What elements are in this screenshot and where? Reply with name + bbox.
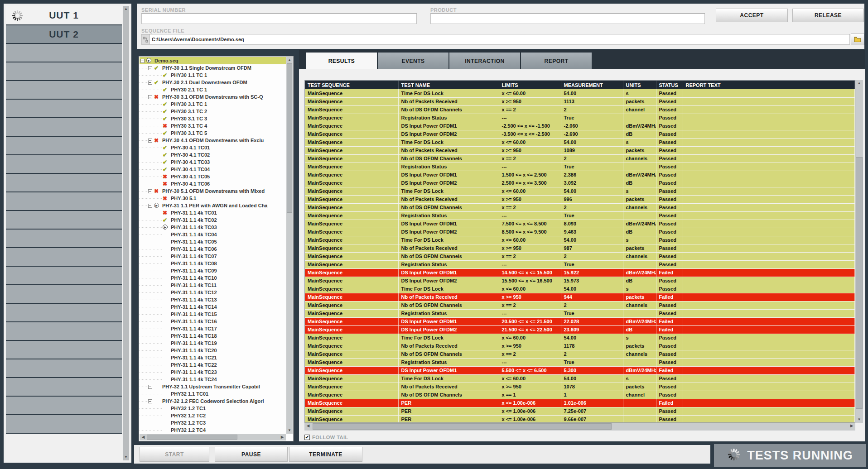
tree-item[interactable]: PHY-31 1.1 4k TC16 bbox=[140, 318, 286, 325]
result-row[interactable]: MainSequenceRegistration Status---TruePa… bbox=[305, 260, 855, 268]
tree-item[interactable]: PHY-31 1.1 4k TC17 bbox=[140, 325, 286, 332]
release-button[interactable]: RELEASE bbox=[792, 9, 864, 22]
results-horizontal-scrollbar[interactable]: ◀ ▶ bbox=[304, 423, 855, 431]
result-row[interactable]: MainSequenceDS Input Power OFDM215.500 <… bbox=[305, 277, 855, 285]
terminate-button[interactable]: TERMINATE bbox=[289, 447, 362, 462]
tree-item[interactable]: ✖PHY-30 4.1 TC05 bbox=[140, 173, 286, 180]
result-row[interactable]: MainSequenceNb of Packets Receivedx >= 9… bbox=[305, 342, 855, 350]
expand-toggle[interactable] bbox=[148, 139, 152, 143]
tree-item[interactable]: PHY-31 1.1 4k TC13 bbox=[140, 296, 286, 303]
tree-item[interactable]: ✔PHY30 2.1 TC 1 bbox=[140, 86, 286, 93]
tree-item[interactable]: ✔PHY-30 4.1 TC02 bbox=[140, 151, 286, 158]
tree-item[interactable]: PHY32 1.2 TC4 bbox=[140, 426, 286, 434]
uut-slot-empty[interactable] bbox=[6, 81, 122, 100]
serial-number-input[interactable] bbox=[141, 13, 417, 24]
scroll-up-icon[interactable]: ▲ bbox=[855, 81, 863, 86]
result-row[interactable]: MainSequencePERx <= 1.00e-0069.66e-007Pa… bbox=[305, 415, 855, 423]
result-row[interactable]: MainSequenceDS Input Power OFDM11.500 <=… bbox=[305, 171, 855, 179]
tree-item[interactable]: ✔PHY-30 4.1 TC01 bbox=[140, 144, 286, 151]
result-row[interactable]: MainSequenceRegistration Status---TruePa… bbox=[305, 114, 855, 122]
result-row[interactable]: MainSequenceNb of Packets Receivedx >= 9… bbox=[305, 97, 855, 105]
uut-slot-empty[interactable] bbox=[6, 230, 122, 248]
scrollbar-thumb[interactable] bbox=[287, 63, 292, 213]
expand-toggle[interactable] bbox=[140, 59, 145, 63]
expand-toggle[interactable] bbox=[148, 385, 152, 389]
uut-slot-empty[interactable] bbox=[6, 378, 122, 397]
result-row[interactable]: MainSequenceNb of Packets Receivedx >= 9… bbox=[305, 383, 855, 391]
scroll-right-icon[interactable]: ▶ bbox=[849, 423, 854, 429]
column-header-test-sequence[interactable]: TEST SEQUENCE bbox=[305, 81, 398, 89]
browse-sequence-button[interactable] bbox=[851, 34, 864, 45]
uut-slot-empty[interactable] bbox=[6, 100, 122, 118]
result-row[interactable]: MainSequenceDS Input Power OFDM17.500 <=… bbox=[305, 220, 855, 228]
expand-toggle[interactable] bbox=[148, 95, 152, 99]
tree-item[interactable]: PHY-31 1.1 4k TC22 bbox=[140, 361, 286, 368]
uut-slot-empty[interactable] bbox=[6, 137, 122, 155]
uut-slot-empty[interactable] bbox=[6, 44, 122, 62]
tree-item[interactable]: PHY-31 1.1 4k TC12 bbox=[140, 289, 286, 296]
result-row[interactable]: MainSequenceTime For DS Lockx <= 60.0054… bbox=[305, 374, 855, 383]
follow-tail-checkbox[interactable]: ✔ bbox=[304, 435, 310, 440]
tree-item[interactable]: PHY-32 1.2 FEC Codeword Selection Algori bbox=[140, 397, 286, 405]
tree-item[interactable]: PHY-31 1.1 4k TC07 bbox=[140, 253, 286, 260]
results-vertical-scrollbar[interactable]: ▲ ▼ bbox=[855, 80, 863, 423]
uut-slot-empty[interactable] bbox=[6, 397, 122, 415]
tree-item[interactable]: PHY-32 1.1 Upstream Transmitter Capabil bbox=[140, 383, 286, 390]
result-row[interactable]: MainSequenceTime For DS Lockx <= 60.0054… bbox=[305, 285, 855, 293]
tree-item[interactable]: PHY-31 1.1 4k TC21 bbox=[140, 354, 286, 361]
tree-item[interactable]: PHY-31 1.1 4k TC23 bbox=[140, 368, 286, 376]
result-row[interactable]: MainSequenceDS Input Power OFDM15.500 <=… bbox=[305, 366, 855, 374]
result-row[interactable]: MainSequenceNb of DS OFDM Channelsx == 2… bbox=[305, 252, 855, 260]
result-row[interactable]: MainSequenceNb of DS OFDM Channelsx == 2… bbox=[305, 301, 855, 309]
tree-item[interactable]: ✖PHY-30 5.1 bbox=[140, 195, 286, 202]
tree-item[interactable]: ✔PHY-30 4.1 TC04 bbox=[140, 166, 286, 173]
expand-toggle[interactable] bbox=[148, 66, 152, 70]
result-row[interactable]: MainSequenceNb of Packets Receivedx >= 9… bbox=[305, 244, 855, 252]
tree-item[interactable]: ▶PHY-31 1.1 PER with AWGN and Loaded Cha bbox=[140, 202, 286, 209]
result-row[interactable]: MainSequenceNb of Packets Receivedx >= 9… bbox=[305, 293, 855, 301]
column-header-limits[interactable]: LIMITS bbox=[499, 81, 561, 89]
uut-slot-empty[interactable] bbox=[6, 211, 122, 230]
result-row[interactable]: MainSequenceTime For DS Lockx <= 60.0054… bbox=[305, 187, 855, 195]
result-row[interactable]: MainSequenceNb of DS OFDM Channelsx == 2… bbox=[305, 203, 855, 211]
accept-button[interactable]: ACCEPT bbox=[716, 9, 788, 22]
tree-item[interactable]: PHY32 1.2 TC3 bbox=[140, 419, 286, 426]
result-row[interactable]: MainSequenceDS Input Power OFDM22.500 <=… bbox=[305, 179, 855, 187]
tree-item[interactable]: PHY32 1.2 TC2 bbox=[140, 412, 286, 419]
pause-button[interactable]: PAUSE bbox=[215, 447, 288, 462]
uut-slot-empty[interactable] bbox=[6, 248, 122, 267]
uut-slot-empty[interactable] bbox=[6, 322, 122, 341]
scroll-down-icon[interactable]: ▼ bbox=[855, 417, 863, 422]
tree-item[interactable]: ✖PHY30 3.1 TC 4 bbox=[140, 122, 286, 129]
result-row[interactable]: MainSequenceRegistration Status---TruePa… bbox=[305, 309, 855, 317]
tree-item[interactable]: PHY-31 1.1 4k TC19 bbox=[140, 340, 286, 347]
tree-item[interactable]: ✖PHY-30 3.1 OFDM Downstreams with SC-Q bbox=[140, 93, 286, 100]
scroll-right-icon[interactable]: ▶ bbox=[280, 435, 285, 440]
uut-slot-uut-1[interactable]: UUT 1 bbox=[6, 6, 122, 25]
result-row[interactable]: MainSequenceNb of DS OFDM Channelsx == 1… bbox=[305, 391, 855, 399]
result-row[interactable]: MainSequencePERx <= 1.00e-0061.01e-006Fa… bbox=[305, 399, 855, 407]
tree-item[interactable]: PHY-31 1.1 4k TC11 bbox=[140, 282, 286, 289]
tree-item[interactable]: ▶Demo.seq bbox=[140, 57, 286, 64]
column-header-units[interactable]: UNITS bbox=[623, 81, 656, 89]
tree-item[interactable]: ✔PHY30 3.1 TC 2 bbox=[140, 108, 286, 115]
product-input[interactable] bbox=[430, 13, 705, 24]
tree-item[interactable]: ✖PHY-30 4.1 TC06 bbox=[140, 180, 286, 187]
result-row[interactable]: MainSequenceRegistration Status---TruePa… bbox=[305, 163, 855, 171]
scroll-down-icon[interactable]: ▼ bbox=[286, 428, 293, 433]
tree-item[interactable]: ✔PHY-30 2.1 Dual Downstream OFDM bbox=[140, 79, 286, 86]
result-row[interactable]: MainSequenceTime For DS Lockx <= 60.0054… bbox=[305, 334, 855, 342]
expand-toggle[interactable] bbox=[148, 81, 152, 85]
uut-slot-empty[interactable] bbox=[6, 267, 122, 285]
tree-item[interactable]: PHY-31 1.1 4k TC08 bbox=[140, 260, 286, 267]
start-button[interactable]: START bbox=[140, 447, 209, 462]
result-row[interactable]: MainSequenceDS Input Power OFDM114.500 <… bbox=[305, 268, 855, 277]
tab-results[interactable]: RESULTS bbox=[306, 53, 377, 69]
scroll-up-icon[interactable]: ▲ bbox=[123, 6, 129, 12]
follow-tail-toggle[interactable]: ✔ FOLLOW TAIL bbox=[304, 435, 348, 440]
tree-item[interactable]: PHY-31 1.1 4k TC14 bbox=[140, 303, 286, 311]
result-row[interactable]: MainSequenceTime For DS Lockx <= 60.0054… bbox=[305, 138, 855, 146]
result-row[interactable]: MainSequenceNb of DS OFDM Channelsx == 2… bbox=[305, 105, 855, 114]
result-row[interactable]: MainSequenceDS Input Power OFDM2-3.500 <… bbox=[305, 130, 855, 138]
tree-item[interactable]: ▶PHY-31 1.1 4k TC03 bbox=[140, 224, 286, 231]
